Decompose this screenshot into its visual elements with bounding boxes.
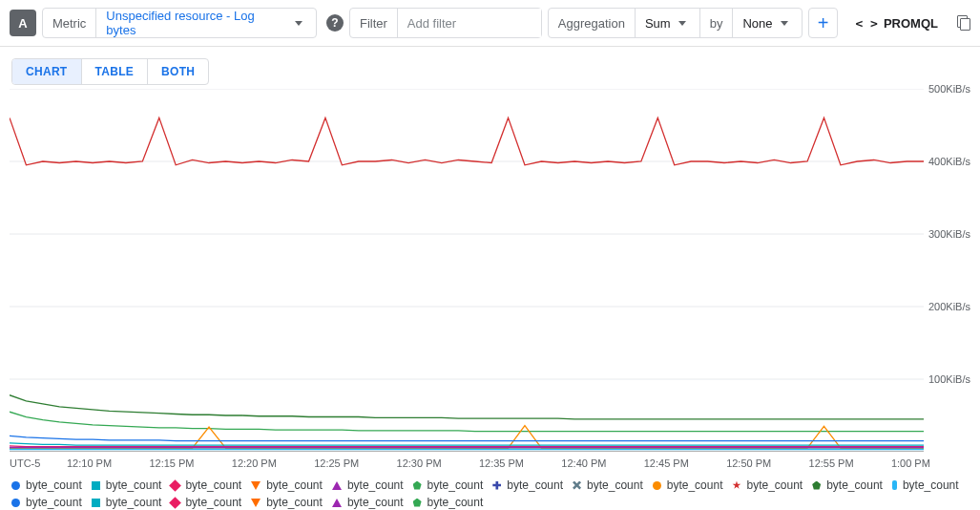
legend-marker-icon [892,480,897,490]
legend-label: byte_count [826,478,883,492]
query-badge[interactable]: A [10,10,36,36]
legend-item[interactable]: byte_count [812,478,883,492]
aggregation-value[interactable]: Sum [636,9,699,37]
aggregation-control[interactable]: Aggregation Sum by None [548,8,803,38]
tab-chart[interactable]: CHART [12,59,82,84]
legend-label: byte_count [106,478,162,492]
y-tick-label: 100KiB/s [928,373,970,385]
legend-label: byte_count [667,478,723,492]
legend-label: byte_count [746,478,803,492]
legend-label: byte_count [26,496,82,509]
group-by-value[interactable]: None [733,9,801,37]
y-tick-label: 300KiB/s [928,228,970,240]
group-by-label: by [699,9,734,37]
legend-item[interactable]: byte_count [11,496,82,509]
chart-series[interactable] [10,412,924,432]
group-by-value-text: None [742,16,772,31]
legend-label: byte_count [347,496,404,509]
x-tick-label: 12:50 PM [726,457,771,469]
chart-series[interactable] [10,117,924,164]
copy-icon[interactable] [957,15,970,31]
legend-marker-icon [413,499,422,507]
chart-series[interactable] [10,443,924,445]
chart-series[interactable] [10,395,924,419]
legend-label: byte_count [587,478,643,492]
legend-item[interactable]: byte_count [11,478,82,492]
tab-table[interactable]: TABLE [82,59,149,84]
add-query-button[interactable]: + [808,8,839,38]
x-tick-label: 12:55 PM [809,457,854,469]
help-icon[interactable]: ? [326,14,344,32]
legend-item[interactable]: byte_count [92,496,162,509]
filter-control[interactable]: Filter [349,8,542,38]
x-tick-label: 12:15 PM [149,457,194,469]
legend-marker-icon [11,481,20,490]
legend-label: byte_count [347,478,404,492]
y-tick-label: 500KiB/s [928,83,970,95]
filter-input[interactable] [398,9,541,37]
legend-marker-icon [332,499,342,507]
legend-marker-icon [332,481,342,490]
x-tick-label: 12:35 PM [479,457,524,469]
x-tick-label: 12:30 PM [397,457,442,469]
legend-marker-icon [92,499,100,507]
x-tick-label: 12:45 PM [644,457,689,469]
legend-item[interactable]: byte_count [92,478,162,492]
chart-legend: byte_countbyte_countbyte_countbyte_count… [11,478,970,509]
legend-item[interactable]: byte_count [413,478,484,492]
legend-item[interactable]: byte_count [413,496,484,509]
legend-label: byte_count [106,496,162,509]
legend-item[interactable]: byte_count [171,496,241,509]
legend-label: byte_count [185,496,241,509]
promql-label: PROMQL [884,16,938,31]
legend-item[interactable]: byte_count [892,478,959,492]
x-tick-label: 12:10 PM [67,457,112,469]
legend-label: byte_count [427,478,484,492]
chart-series[interactable] [10,446,924,447]
legend-label: byte_count [507,478,563,492]
legend-marker-icon [812,481,821,490]
legend-marker-icon [653,481,661,490]
metric-value-text: Unspecified resource - Log bytes [106,9,287,37]
tab-both[interactable]: BOTH [148,59,208,84]
metric-control[interactable]: Metric Unspecified resource - Log bytes [42,8,317,38]
legend-item[interactable]: byte_count [732,478,803,492]
legend-marker-icon [170,497,182,509]
legend-label: byte_count [185,478,241,492]
legend-item[interactable]: byte_count [653,478,723,492]
line-chart[interactable] [10,89,970,452]
legend-item[interactable]: byte_count [332,478,404,492]
y-tick-label: 200KiB/s [928,301,970,312]
metric-label: Metric [43,9,96,37]
legend-label: byte_count [266,478,323,492]
x-axis: UTC-5 12:10 PM12:15 PM12:20 PM12:25 PM12… [10,457,934,469]
legend-marker-icon [251,499,261,507]
x-tick-label: 12:40 PM [561,457,606,469]
legend-item[interactable]: byte_count [492,478,563,492]
x-tick-label: 1:00 PM [891,457,930,469]
legend-marker-icon [732,481,740,490]
x-tick-label: 12:25 PM [314,457,359,469]
filter-label: Filter [350,9,398,37]
legend-marker-icon [492,481,501,490]
legend-item[interactable]: byte_count [171,478,241,492]
legend-marker-icon [92,481,100,490]
legend-item[interactable]: byte_count [573,478,643,492]
legend-marker-icon [170,479,182,492]
legend-item[interactable]: byte_count [251,496,323,509]
promql-button[interactable]: < > PROMQL [849,16,944,31]
legend-item[interactable]: byte_count [251,478,323,492]
metric-value[interactable]: Unspecified resource - Log bytes [96,9,316,37]
legend-item[interactable]: byte_count [332,496,404,509]
view-tabs: CHART TABLE BOTH [11,58,209,85]
legend-marker-icon [251,481,261,490]
legend-marker-icon [573,481,581,490]
chevron-down-icon [295,21,302,26]
aggregation-value-text: Sum [645,16,671,31]
chart-series[interactable] [10,436,924,440]
y-tick-label: 400KiB/s [928,156,970,167]
x-tick-label: 12:20 PM [232,457,277,469]
chevron-down-icon [678,21,686,26]
legend-label: byte_count [266,496,323,509]
chart-area: 500KiB/s400KiB/s300KiB/s200KiB/s100KiB/s [10,89,970,452]
